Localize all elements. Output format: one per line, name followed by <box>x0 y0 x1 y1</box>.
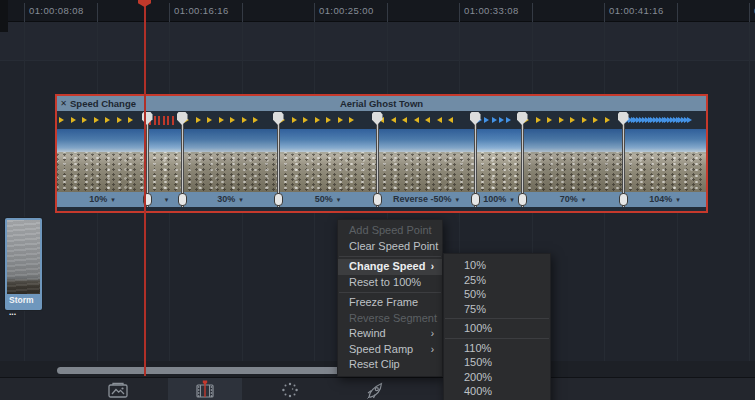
menu-item-reset-to-100-[interactable]: Reset to 100% <box>338 275 442 291</box>
menu-item-reverse-segment[interactable]: Reverse Segment <box>338 311 442 327</box>
menu-item-75-[interactable]: 75% <box>444 302 550 317</box>
menu-item-50-[interactable]: 50% <box>444 287 550 302</box>
retime-segment-arrows-50% <box>280 111 375 129</box>
still-dash <box>158 116 160 125</box>
thumbnail-terrain <box>57 152 147 192</box>
speed-arrow-icon <box>196 117 201 123</box>
speed-segment-bar: 10%▾▾30%▾50%▾Reverse -50%▾100%▾70%▾104%▾ <box>57 192 706 207</box>
chevron-down-icon[interactable]: ▾ <box>111 196 115 203</box>
chevron-down-icon[interactable]: ▾ <box>239 196 243 203</box>
ruler-tick <box>532 3 533 22</box>
chevron-down-icon[interactable]: ▾ <box>676 196 680 203</box>
speed-arrow-icon <box>230 117 235 123</box>
speed-value-text: Reverse -50% <box>393 194 452 204</box>
speed-point-handle[interactable] <box>373 193 382 206</box>
chevron-down-icon[interactable]: ▾ <box>510 196 514 203</box>
thumbnail-terrain <box>147 152 182 192</box>
menu-item-200-[interactable]: 200% <box>444 370 550 385</box>
speed-point-handle[interactable] <box>274 193 283 206</box>
chevron-down-icon[interactable]: ▾ <box>456 196 460 203</box>
speed-arrow-icon <box>425 117 430 123</box>
speed-arrow-icon <box>349 117 354 123</box>
speed-segment-label[interactable]: 104%▾ <box>623 192 706 207</box>
menu-item-add-speed-point[interactable]: Add Speed Point <box>338 223 442 239</box>
speed-arrow-icon <box>484 117 489 123</box>
speed-point-handle[interactable] <box>178 193 187 206</box>
speed-arrow-icon <box>128 117 133 123</box>
speed-arrow-icon <box>499 117 504 123</box>
thumbnail-sky <box>278 129 377 152</box>
clip-thumbnail-frame <box>623 129 706 192</box>
speed-arrow-icon <box>117 117 122 123</box>
menu-separator <box>339 256 441 257</box>
speed-arrow-icon <box>506 117 511 123</box>
menu-item-freeze-frame[interactable]: Freeze Frame <box>338 295 442 311</box>
speed-arrow-icon <box>593 117 598 123</box>
menu-separator <box>445 318 549 319</box>
playhead-line[interactable] <box>144 0 146 376</box>
menu-item-110-[interactable]: 110% <box>444 341 550 356</box>
retime-segment-arrows-still <box>149 111 180 129</box>
speed-segment-label[interactable]: 100%▾ <box>475 192 522 207</box>
video-editor-window: 01:00:08:0801:00:16:1601:00:25:0001:00:3… <box>0 0 755 400</box>
close-icon[interactable]: ✕ <box>57 99 70 108</box>
speed-arrow-icon <box>338 117 343 123</box>
chevron-down-icon[interactable]: ▾ <box>165 196 169 203</box>
speed-arrow-icon <box>605 117 610 123</box>
timeline-clip-aerial-ghost-town[interactable]: ✕ Speed Change Aerial Ghost Town 10%▾▾30… <box>55 94 708 213</box>
menu-item-speed-ramp[interactable]: Speed Ramp› <box>338 342 442 358</box>
chevron-down-icon[interactable]: ▾ <box>582 196 586 203</box>
menu-item-rewind[interactable]: Rewind› <box>338 326 442 342</box>
speed-segment-label[interactable]: 50%▾ <box>278 192 377 207</box>
speed-segment-label[interactable]: 70%▾ <box>522 192 623 207</box>
menu-item-reset-clip[interactable]: Reset Clip <box>338 357 442 373</box>
menu-item-400-[interactable]: 400% <box>444 384 550 399</box>
speed-change-label: Speed Change <box>70 98 136 109</box>
ruler-tick <box>677 3 678 22</box>
timeline-icon <box>192 379 218 400</box>
retime-segment-arrows-70% <box>524 111 621 129</box>
effects-tab[interactable] <box>265 378 315 400</box>
menu-item-100-[interactable]: 100% <box>444 321 550 336</box>
media-clip-storm[interactable]: Storm ... <box>5 218 42 310</box>
thumbnail-terrain <box>522 152 623 192</box>
speed-arrow-icon <box>326 117 331 123</box>
ruler-tick <box>459 3 460 22</box>
speed-arrow-icon <box>71 117 76 123</box>
edit-timeline-tab[interactable] <box>168 378 242 400</box>
speed-segment-label[interactable]: Reverse -50%▾ <box>377 192 475 207</box>
menu-item-25-[interactable]: 25% <box>444 273 550 288</box>
media-pool-tab[interactable] <box>93 378 143 400</box>
chevron-down-icon[interactable]: ▾ <box>337 196 341 203</box>
speed-point-handle[interactable] <box>518 193 527 206</box>
ruler-corner <box>0 0 8 32</box>
storm-clip-label: Storm ... <box>7 294 40 306</box>
retime-segment-arrows-Reverse -50% <box>379 111 473 129</box>
retime-segment-arrows-10% <box>59 111 145 129</box>
menu-item-10-[interactable]: 10% <box>444 258 550 273</box>
speed-change-header[interactable]: ✕ Speed Change <box>57 96 706 111</box>
timecode-ruler[interactable]: 01:00:08:0801:00:16:1601:00:25:0001:00:3… <box>0 0 755 22</box>
retime-segment-arrows-100% <box>477 111 520 129</box>
speed-value-text: 104% <box>649 194 672 204</box>
speed-arrow-icon <box>448 117 453 123</box>
menu-item-clear-speed-point[interactable]: Clear Speed Point <box>338 239 442 255</box>
speed-segment-label[interactable]: 30%▾ <box>182 192 278 207</box>
speed-value-text: 70% <box>560 194 578 204</box>
thumbnail-sky <box>182 129 278 152</box>
change-speed-submenu: 10%25%50%75%100%110%150%200%400% <box>443 253 551 400</box>
gridline <box>749 22 750 376</box>
speed-point-handle[interactable] <box>619 193 628 206</box>
export-tab[interactable] <box>350 378 400 400</box>
speed-point-handle[interactable] <box>471 193 480 206</box>
thumbnail-sky <box>57 129 147 152</box>
speed-arrow-icon <box>219 117 224 123</box>
menu-item-150-[interactable]: 150% <box>444 355 550 370</box>
timecode-label: 01:00:25:00 <box>319 5 374 16</box>
speed-segment-label[interactable]: ▾ <box>147 192 182 207</box>
speed-segment-label[interactable]: 10%▾ <box>57 192 147 207</box>
still-dash <box>154 116 156 125</box>
still-dash <box>163 116 165 125</box>
still-dash <box>167 116 169 125</box>
menu-item-change-speed[interactable]: Change Speed› <box>338 259 442 275</box>
